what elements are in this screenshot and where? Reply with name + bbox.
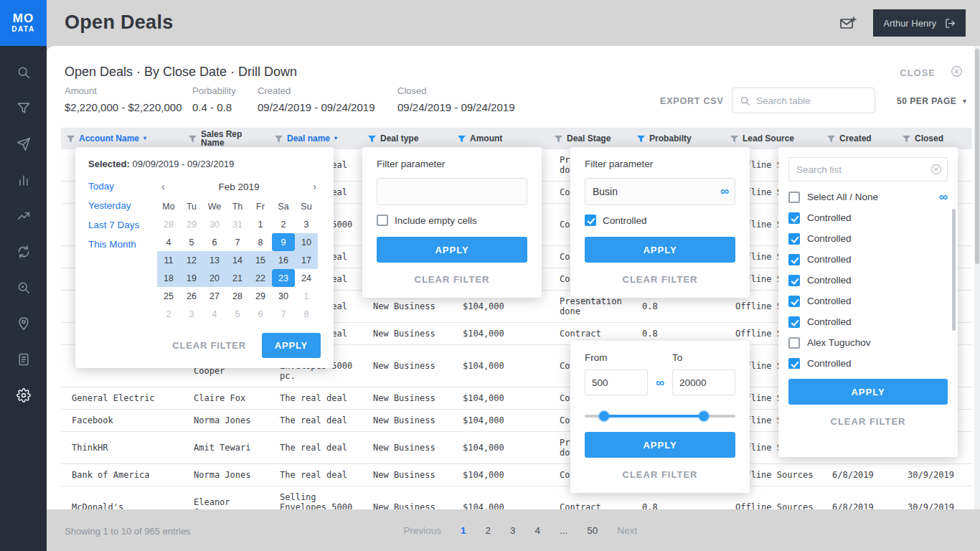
filter-option[interactable]: Controlled [788, 353, 948, 369]
calendar-day[interactable]: 6 [249, 305, 272, 323]
column-header-deal-type[interactable]: Deal type [362, 128, 452, 149]
calendar-day[interactable]: 16 [272, 251, 295, 269]
filter-funnel-icon[interactable] [368, 135, 376, 143]
select-all-row[interactable]: Select All / None ∞ [788, 191, 948, 203]
sidebar-item-person-pin[interactable] [0, 306, 47, 342]
prev-month-button[interactable]: ‹ [159, 181, 168, 192]
column-header-lead-source[interactable]: Lead Source [725, 128, 821, 149]
sidebar-item-line-chart[interactable] [0, 198, 47, 234]
calendar-clear-filter-button[interactable]: CLEAR FILTER [172, 340, 246, 351]
calendar-day[interactable]: 27 [203, 287, 226, 305]
calendar-day[interactable]: 6 [203, 233, 226, 251]
calendar-day[interactable]: 18 [157, 269, 180, 287]
deal-stage-clear-filter-button[interactable]: CLEAR FILTER [585, 274, 735, 286]
filter-funnel-icon[interactable] [189, 135, 197, 143]
pagination-page-2[interactable]: 2 [485, 525, 491, 536]
calendar-day[interactable]: 8 [249, 233, 272, 251]
option-checkbox[interactable] [788, 233, 800, 245]
controlled-checkbox[interactable] [585, 215, 596, 226]
range-clear-filter-button[interactable]: CLEAR FILTER [585, 469, 735, 481]
calendar-day[interactable]: 28 [157, 215, 180, 233]
deal-type-apply-button[interactable]: APPLY [377, 237, 527, 263]
column-header-created[interactable]: Created [821, 128, 897, 149]
filter-option[interactable]: Controlled [788, 291, 948, 311]
date-shortcut-last-7-days[interactable]: Last 7 Days [88, 220, 157, 230]
calendar-day[interactable]: 30 [272, 287, 295, 305]
close-icon[interactable] [951, 65, 963, 77]
sidebar-item-filter[interactable] [0, 90, 47, 126]
range-from-input[interactable] [585, 369, 648, 395]
calendar-day[interactable]: 5 [180, 233, 203, 251]
option-checkbox[interactable] [788, 358, 800, 369]
slider-handle-low[interactable] [599, 411, 609, 421]
sidebar-item-search-insights[interactable] [0, 270, 47, 306]
pagination-page-50[interactable]: 50 [587, 525, 598, 536]
calendar-day[interactable]: 7 [226, 233, 249, 251]
option-checkbox[interactable] [788, 212, 800, 224]
filter-option[interactable]: Controlled [788, 311, 948, 332]
calendar-day[interactable]: 13 [203, 251, 226, 269]
sidebar-item-sync[interactable] [0, 234, 47, 270]
calendar-day[interactable]: 29 [249, 287, 272, 305]
option-checkbox[interactable] [788, 316, 800, 328]
calendar-day[interactable]: 21 [226, 269, 249, 287]
filter-option[interactable]: Alex Tuguchov [788, 332, 948, 353]
calendar-day[interactable]: 17 [295, 251, 318, 269]
export-csv-button[interactable]: EXPORT CSV [660, 96, 724, 106]
deal-stage-apply-button[interactable]: APPLY [585, 237, 735, 263]
include-empty-checkbox[interactable] [377, 215, 388, 226]
option-checkbox[interactable] [788, 275, 800, 286]
calendar-day[interactable]: 9 [272, 233, 295, 251]
calendar-day[interactable]: 2 [157, 305, 180, 323]
calendar-day[interactable]: 11 [157, 251, 180, 269]
calendar-day[interactable]: 24 [295, 269, 318, 287]
calendar-day[interactable]: 30 [203, 215, 226, 233]
pagination-next[interactable]: Next [617, 525, 637, 536]
filter-parameter-input[interactable] [377, 178, 527, 205]
list-scrollbar[interactable] [952, 209, 956, 331]
date-shortcut-today[interactable]: Today [88, 181, 157, 192]
filter-option[interactable]: Controlled [788, 270, 948, 291]
calendar-day[interactable]: 19 [180, 269, 203, 287]
column-header-amount[interactable]: Amount [452, 128, 549, 149]
filter-funnel-icon[interactable] [458, 135, 466, 143]
deal-type-clear-filter-button[interactable]: CLEAR FILTER [377, 274, 527, 286]
calendar-day[interactable]: 22 [249, 269, 272, 287]
scrollbar-thumb[interactable] [975, 49, 979, 264]
calendar-apply-button[interactable]: APPLY [262, 333, 321, 358]
date-shortcut-this-month[interactable]: This Month [88, 239, 157, 250]
sidebar-item-settings[interactable] [0, 377, 47, 413]
column-header-probabilty[interactable]: Probabilty [631, 128, 725, 149]
date-shortcut-yesterday[interactable]: Yesterday [88, 200, 157, 211]
column-header-account-name[interactable]: Account Name▾ [61, 128, 183, 149]
calendar-day[interactable]: 12 [180, 251, 203, 269]
filter-funnel-icon[interactable] [637, 135, 645, 143]
calendar-day[interactable]: 7 [272, 305, 295, 323]
range-apply-button[interactable]: APPLY [585, 432, 735, 458]
calendar-day[interactable]: 15 [249, 251, 272, 269]
list-search-input[interactable] [788, 157, 948, 182]
calendar-day[interactable]: 1 [295, 287, 318, 305]
option-checkbox[interactable] [788, 296, 800, 307]
clear-search-icon[interactable] [930, 164, 942, 175]
range-slider[interactable] [585, 411, 735, 421]
calendar-day[interactable]: 20 [203, 269, 226, 287]
sidebar-item-bar-chart[interactable] [0, 162, 47, 198]
column-header-sales-rep-name[interactable]: Sales Rep Name [183, 128, 269, 149]
table-row[interactable]: Bank of AmericaNorma JonesThe real dealN… [61, 464, 972, 486]
calendar-day[interactable]: 25 [157, 287, 180, 305]
calendar-day[interactable]: 28 [226, 287, 249, 305]
calendar-day[interactable]: 23 [272, 269, 295, 287]
filter-parameter-input[interactable] [585, 178, 735, 205]
pagination-page-1[interactable]: 1 [461, 525, 466, 536]
compose-mail-icon[interactable] [839, 16, 857, 32]
calendar-day[interactable]: 4 [157, 233, 180, 251]
pagination-previous[interactable]: Previous [403, 525, 441, 536]
filter-option[interactable]: Controlled [788, 249, 948, 270]
per-page-select[interactable]: 50 PER PAGE ▾ [897, 96, 966, 106]
scrollbar-track[interactable] [974, 46, 980, 509]
select-all-checkbox[interactable] [788, 192, 800, 203]
column-header-deal-stage[interactable]: Deal Stage [549, 128, 631, 149]
table-search-input[interactable] [756, 95, 867, 106]
calendar-day[interactable]: 14 [226, 251, 249, 269]
